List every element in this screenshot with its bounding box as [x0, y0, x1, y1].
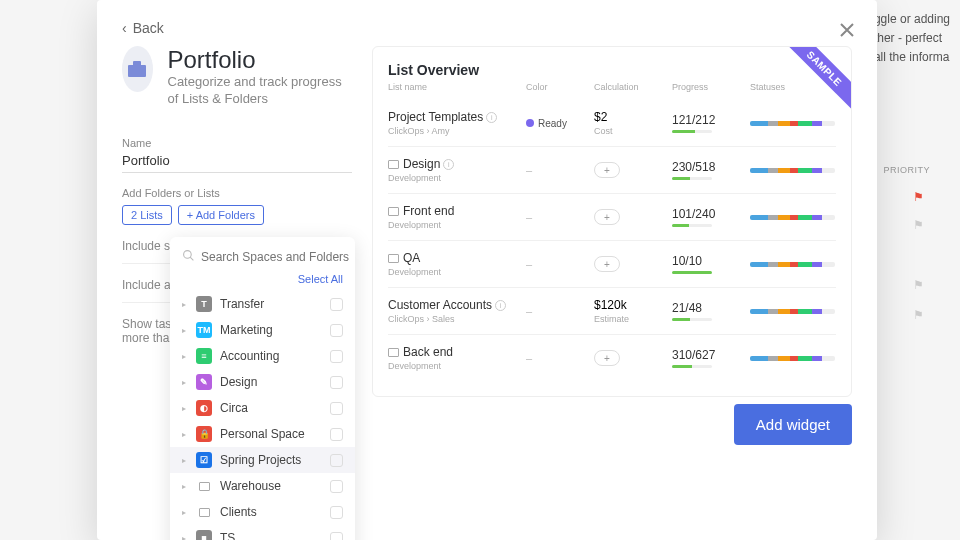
space-label: Circa [220, 401, 322, 415]
progress-bar [672, 271, 712, 274]
progress-bar [672, 130, 712, 133]
space-icon: ≡ [196, 348, 212, 364]
space-label: Accounting [220, 349, 322, 363]
chevron-right-icon: ▸ [182, 300, 188, 309]
list-sub: Development [388, 173, 518, 183]
list-sub: Development [388, 267, 518, 277]
add-calc-button[interactable]: + [594, 256, 620, 272]
close-button[interactable] [835, 18, 859, 42]
priority-flag-icon: ⚑ [913, 308, 924, 322]
search-input[interactable] [201, 250, 351, 264]
back-button[interactable]: ‹ Back [122, 20, 852, 36]
add-folders-label: Add Folders or Lists [122, 187, 352, 199]
space-label: TS [220, 531, 322, 540]
space-item[interactable]: ▸TTransfer [170, 291, 355, 317]
space-item[interactable]: ▸Warehouse [170, 473, 355, 499]
progress-value: 21/48 [672, 301, 742, 315]
lists-chip[interactable]: 2 Lists [122, 205, 172, 225]
checkbox[interactable] [330, 402, 343, 415]
col-header: List name [388, 82, 518, 92]
list-name: Designi [388, 157, 518, 171]
table-row: Project TemplatesiClickOps › AmyReady$2C… [388, 100, 836, 146]
list-sub: ClickOps › Amy [388, 126, 518, 136]
space-label: Warehouse [220, 479, 322, 493]
space-item[interactable]: ▸◐Circa [170, 395, 355, 421]
chevron-right-icon: ▸ [182, 508, 188, 517]
space-label: Clients [220, 505, 322, 519]
table-row: Back endDevelopment–+310/627 [388, 334, 836, 381]
svg-rect-0 [128, 65, 146, 77]
space-icon: ◐ [196, 400, 212, 416]
checkbox[interactable] [330, 376, 343, 389]
chevron-right-icon: ▸ [182, 352, 188, 361]
add-widget-button[interactable]: Add widget [734, 404, 852, 445]
list-sub: ClickOps › Sales [388, 314, 518, 324]
add-calc-button[interactable]: + [594, 209, 620, 225]
list-sub: Development [388, 361, 518, 371]
chevron-right-icon: ▸ [182, 430, 188, 439]
chevron-right-icon: ▸ [182, 326, 188, 335]
space-item[interactable]: ▸TMMarketing [170, 317, 355, 343]
checkbox[interactable] [330, 350, 343, 363]
list-name: Back end [388, 345, 518, 359]
table-row: QADevelopment–+10/10 [388, 240, 836, 287]
space-item[interactable]: ▸≡Accounting [170, 343, 355, 369]
col-header: Color [526, 82, 586, 92]
folder-icon [388, 160, 399, 169]
progress-value: 10/10 [672, 254, 742, 268]
space-label: Personal Space [220, 427, 322, 441]
space-icon [196, 504, 212, 520]
checkbox[interactable] [330, 324, 343, 337]
space-icon: ☑ [196, 452, 212, 468]
status-bar [750, 356, 835, 361]
progress-bar [672, 177, 712, 180]
info-icon[interactable]: i [486, 112, 497, 123]
table-row: Front endDevelopment–+101/240 [388, 193, 836, 240]
space-item[interactable]: ▸☑Spring Projects [170, 447, 355, 473]
add-calc-button[interactable]: + [594, 162, 620, 178]
space-icon: 🔒 [196, 426, 212, 442]
select-all-link[interactable]: Select All [170, 273, 355, 291]
checkbox[interactable] [330, 428, 343, 441]
info-icon[interactable]: i [443, 159, 454, 170]
color-pill[interactable]: Ready [526, 118, 567, 129]
chevron-right-icon: ▸ [182, 404, 188, 413]
add-folders-chip[interactable]: + Add Folders [178, 205, 264, 225]
folder-picker-dropdown: Select All ▸TTransfer▸TMMarketing▸≡Accou… [170, 237, 355, 540]
name-input[interactable] [122, 149, 352, 173]
info-icon[interactable]: i [495, 300, 506, 311]
checkbox[interactable] [330, 298, 343, 311]
checkbox[interactable] [330, 454, 343, 467]
add-calc-button[interactable]: + [594, 350, 620, 366]
progress-bar [672, 365, 712, 368]
preview-title: List Overview [388, 62, 836, 78]
space-item[interactable]: ▸🔒Personal Space [170, 421, 355, 447]
list-name: QA [388, 251, 518, 265]
priority-header: PRIORITY [883, 165, 930, 175]
col-header: Progress [672, 82, 742, 92]
priority-flag-icon: ⚑ [913, 190, 924, 204]
list-name: Project Templatesi [388, 110, 518, 124]
calc-sub: Cost [594, 126, 664, 136]
checkbox[interactable] [330, 506, 343, 519]
status-bar [750, 121, 835, 126]
space-item[interactable]: ▸✎Design [170, 369, 355, 395]
folder-icon [388, 254, 399, 263]
portfolio-icon [122, 46, 153, 92]
checkbox[interactable] [330, 480, 343, 493]
progress-value: 230/518 [672, 160, 742, 174]
back-label: Back [133, 20, 164, 36]
space-icon [196, 478, 212, 494]
space-item[interactable]: ▸■TS [170, 525, 355, 540]
name-label: Name [122, 137, 352, 149]
svg-line-3 [190, 257, 193, 260]
chevron-left-icon: ‹ [122, 20, 127, 36]
space-label: Transfer [220, 297, 322, 311]
chevron-right-icon: ▸ [182, 482, 188, 491]
checkbox[interactable] [330, 532, 343, 541]
priority-flag-icon: ⚑ [913, 278, 924, 292]
table-row: DesigniDevelopment–+230/518 [388, 146, 836, 193]
table-row: Customer AccountsiClickOps › Sales–$120k… [388, 287, 836, 334]
space-item[interactable]: ▸Clients [170, 499, 355, 525]
close-icon [835, 18, 859, 42]
